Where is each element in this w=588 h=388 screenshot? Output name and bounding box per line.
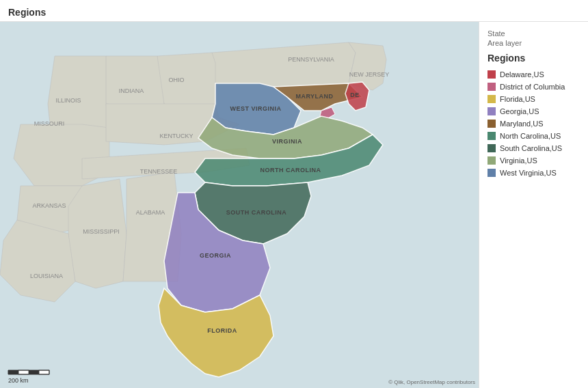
legend-label-florida: Florida,US: [500, 95, 535, 103]
svg-rect-2: [18, 370, 29, 374]
legend-item-dc: District of Columbia: [487, 83, 580, 91]
svg-text:200 km: 200 km: [8, 377, 29, 384]
svg-rect-3: [29, 370, 39, 374]
legend-item-delaware: Delaware,US: [487, 70, 580, 79]
legend-panel: State Area layer Regions Delaware,US Dis…: [479, 22, 588, 388]
legend-color-georgia: [487, 107, 496, 115]
main-content: WEST VIRGINIA MARYLAND DE VIRGINIA NORTH…: [0, 22, 588, 388]
map-svg: WEST VIRGINIA MARYLAND DE VIRGINIA NORTH…: [0, 22, 479, 388]
legend-item-florida: Florida,US: [487, 95, 580, 103]
legend-label-nc: North Carolina,US: [500, 132, 561, 140]
legend-item-virginia: Virginia,US: [487, 156, 580, 165]
legend-color-maryland: [487, 120, 496, 128]
legend-color-sc: [487, 144, 496, 152]
svg-rect-1: [8, 370, 18, 374]
page-header: Regions: [0, 0, 588, 22]
page-title: Regions: [8, 7, 46, 18]
legend-color-delaware: [487, 70, 496, 79]
legend-item-wv: West Virginia,US: [487, 169, 580, 177]
legend-item-maryland: Maryland,US: [487, 120, 580, 128]
legend-label-georgia: Georgia,US: [500, 107, 539, 115]
legend-item-georgia: Georgia,US: [487, 107, 580, 115]
legend-color-dc: [487, 83, 496, 91]
legend-label-delaware: Delaware,US: [500, 70, 544, 79]
legend-color-nc: [487, 132, 496, 140]
legend-label-maryland: Maryland,US: [500, 120, 544, 128]
legend-label-dc: District of Columbia: [500, 83, 565, 91]
legend-label-wv: West Virginia,US: [500, 169, 557, 177]
app: Regions: [0, 0, 588, 388]
legend-color-virginia: [487, 156, 496, 165]
legend-label-sc: South Carolina,US: [500, 144, 562, 152]
legend-color-wv: [487, 169, 496, 177]
attribution-text: © Qlik, OpenStreetMap contributors: [388, 379, 475, 385]
legend-item-sc: South Carolina,US: [487, 144, 580, 152]
legend-title: Regions: [487, 53, 580, 64]
legend-label-virginia: Virginia,US: [500, 156, 537, 165]
legend-layer-title: State Area layer: [487, 29, 580, 48]
legend-item-nc: North Carolina,US: [487, 132, 580, 140]
map-area[interactable]: WEST VIRGINIA MARYLAND DE VIRGINIA NORTH…: [0, 22, 479, 388]
legend-color-florida: [487, 95, 496, 103]
svg-rect-4: [39, 370, 49, 374]
